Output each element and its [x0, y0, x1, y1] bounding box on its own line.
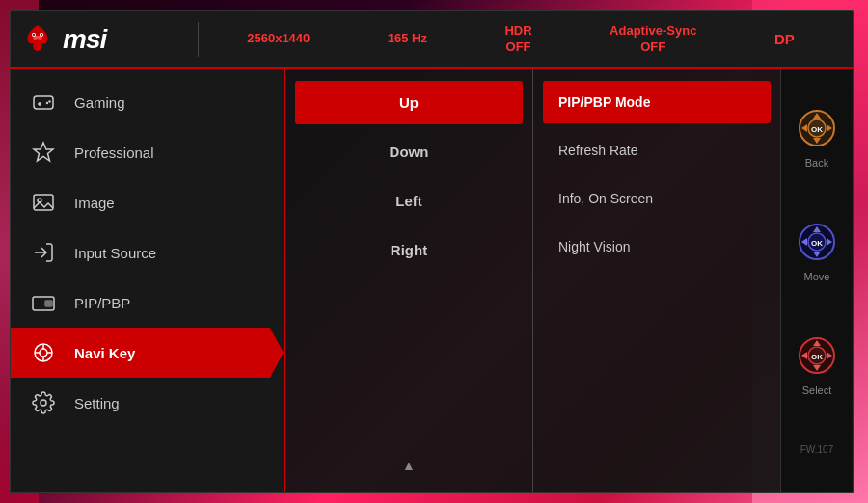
scroll-indicator: ▲	[295, 450, 523, 481]
select-control-icon: OK	[792, 331, 842, 381]
nav-down-button[interactable]: Down	[295, 130, 523, 173]
input-source-icon	[30, 239, 57, 266]
menu-pip-pbp-mode[interactable]: PIP/PBP Mode	[543, 81, 771, 123]
nav-up-button[interactable]: Up	[295, 81, 523, 124]
move-label: Move	[804, 271, 830, 282]
move-control-icon: OK	[792, 217, 842, 267]
back-control[interactable]: OK Back	[792, 103, 842, 169]
adaptive-sync-stat: Adaptive-Sync OFF	[610, 23, 696, 56]
svg-point-7	[46, 102, 48, 104]
header-bar: msi 2560x1440 165 Hz HDR OFF Adaptive-Sy…	[10, 10, 854, 69]
header-stats: 2560x1440 165 Hz HDR OFF Adaptive-Sync O…	[199, 23, 843, 56]
pip-pbp-icon	[30, 289, 57, 316]
svg-text:OK: OK	[811, 239, 823, 248]
move-control[interactable]: OK Move	[792, 217, 842, 282]
svg-text:OK: OK	[811, 125, 823, 134]
sidebar-item-professional[interactable]: Professional	[11, 127, 284, 177]
controls-panel: OK Back OK Move	[780, 69, 853, 492]
back-control-icon: OK	[792, 103, 842, 153]
main-container: msi 2560x1440 165 Hz HDR OFF Adaptive-Sy…	[10, 10, 854, 493]
professional-icon	[30, 139, 57, 166]
sidebar-item-image[interactable]: Image	[11, 177, 284, 227]
adaptive-value: OFF	[610, 40, 696, 56]
resolution-stat: 2560x1440	[247, 31, 310, 47]
menu-info-on-screen[interactable]: Info, On Screen	[543, 177, 771, 220]
setting-label: Setting	[74, 395, 120, 411]
gaming-icon	[30, 89, 57, 116]
menu-night-vision[interactable]: Night Vision	[543, 225, 771, 268]
back-label: Back	[805, 157, 828, 169]
navi-key-label: Navi Key	[74, 345, 135, 361]
svg-point-8	[48, 100, 50, 102]
svg-rect-14	[45, 301, 52, 306]
input-stat: DP	[774, 30, 795, 49]
hdr-label: HDR	[504, 23, 531, 40]
input-source-label: Input Source	[74, 245, 156, 261]
pip-pbp-label: PIP/PBP	[74, 295, 130, 311]
logo-area: msi	[20, 22, 199, 57]
sidebar-item-navi-key[interactable]: Navi Key	[11, 328, 284, 378]
gaming-label: Gaming	[74, 94, 125, 111]
middle-panel: Up Down Left Right ▲	[285, 69, 533, 492]
svg-point-21	[41, 400, 46, 406]
svg-point-16	[40, 349, 47, 357]
image-label: Image	[74, 195, 115, 211]
right-panel: PIP/PBP Mode Refresh Rate Info, On Scree…	[533, 69, 780, 492]
menu-refresh-rate[interactable]: Refresh Rate	[543, 129, 771, 172]
professional-label: Professional	[74, 145, 154, 161]
hdr-value: OFF	[504, 40, 531, 56]
sidebar-item-setting[interactable]: Setting	[11, 378, 284, 428]
svg-rect-10	[34, 195, 53, 210]
svg-point-2	[33, 34, 35, 36]
svg-marker-9	[34, 143, 53, 161]
svg-point-3	[41, 34, 42, 36]
adaptive-label: Adaptive-Sync	[610, 23, 696, 40]
sidebar-item-input-source[interactable]: Input Source	[11, 227, 284, 278]
select-label: Select	[802, 384, 832, 396]
select-control[interactable]: OK Select	[792, 331, 842, 396]
msi-logo-text: msi	[63, 24, 106, 55]
svg-text:OK: OK	[811, 353, 823, 361]
content-area: Gaming Professional Image Input Source	[10, 69, 854, 493]
navi-key-icon	[30, 339, 57, 366]
msi-dragon-icon	[20, 22, 55, 57]
sidebar-item-gaming[interactable]: Gaming	[11, 77, 284, 127]
sidebar: Gaming Professional Image Input Source	[11, 69, 285, 492]
nav-left-button[interactable]: Left	[295, 179, 523, 223]
refresh-stat: 165 Hz	[388, 31, 427, 47]
hdr-stat: HDR OFF	[504, 23, 531, 56]
sidebar-item-pip-pbp[interactable]: PIP/PBP	[11, 278, 284, 328]
scroll-up-icon: ▲	[402, 458, 416, 473]
nav-right-button[interactable]: Right	[295, 228, 523, 272]
fw-version: FW.107	[800, 444, 833, 459]
image-icon	[30, 189, 57, 216]
setting-icon	[30, 389, 57, 416]
